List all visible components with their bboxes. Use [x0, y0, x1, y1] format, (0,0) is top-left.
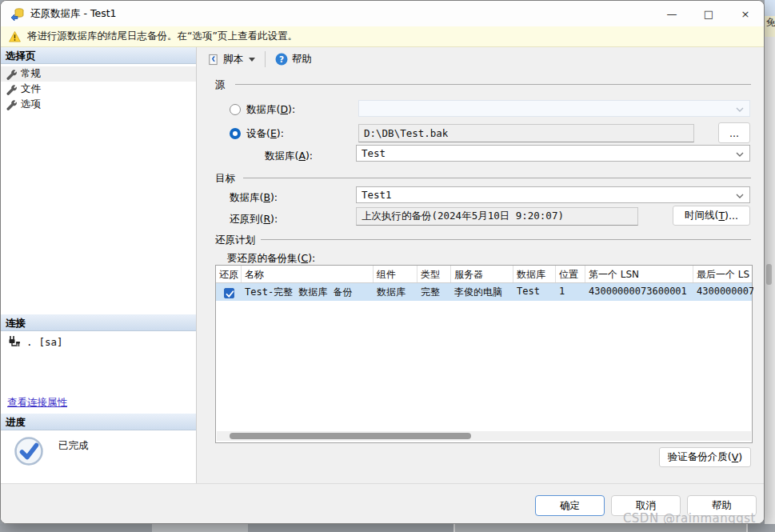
warning-text: 将进行源数据库的结尾日志备份。在“选项”页上查看此设置。 — [27, 30, 298, 43]
sidebar-item-label: 文件 — [21, 82, 41, 96]
source-group-label: 源 — [215, 78, 226, 92]
device-path-value: D:\DB\Test.bak — [364, 127, 448, 139]
source-group-line — [235, 84, 751, 85]
wrench-icon — [6, 99, 17, 110]
background-scrollbar-thumb — [766, 264, 772, 285]
ok-button[interactable]: 确定 — [535, 495, 605, 516]
target-database-label: 数据库(B): — [230, 191, 278, 205]
column-header-server[interactable]: 服务器 — [451, 266, 513, 282]
source-database-combo[interactable] — [358, 100, 750, 117]
chevron-down-icon — [736, 107, 744, 112]
maximize-button[interactable]: □ — [690, 1, 727, 26]
help-button[interactable]: 帮助 — [687, 495, 757, 516]
restore-to-field[interactable]: 上次执行的备份(2024年5月10日 9:20:07) — [356, 207, 638, 226]
cell-first-lsn: 43000000073600001 — [585, 283, 693, 301]
cell-type: 完整 — [417, 283, 451, 301]
target-database-combo[interactable]: Test1 — [356, 186, 750, 203]
database-radio[interactable] — [230, 104, 241, 115]
column-header-type[interactable]: 类型 — [417, 266, 451, 282]
window-controls: — □ × — [653, 1, 764, 26]
window-title: 还原数据库 - Test1 — [30, 7, 117, 21]
sidebar-item-label: 常规 — [21, 67, 41, 81]
toolbar-separator — [265, 51, 266, 67]
background-page-sliver: 免 — [765, 0, 775, 524]
script-icon — [207, 54, 219, 66]
cell-database: Test — [513, 283, 556, 301]
server-connection-icon — [7, 335, 20, 348]
target-group-label: 目标 — [215, 172, 235, 186]
progress-status: 已完成 — [58, 439, 89, 453]
close-button[interactable]: × — [727, 1, 764, 26]
timeline-button[interactable]: 时间线(T)... — [673, 206, 750, 226]
wrench-icon — [6, 69, 17, 80]
check-icon — [225, 289, 235, 299]
target-group-line — [243, 178, 751, 178]
backup-sets-grid: 还原 名称 组件 类型 服务器 数据库 位置 第一个 LSN 最后一个 LS — [215, 265, 753, 443]
chevron-down-icon — [736, 194, 744, 198]
progress-done-icon — [14, 436, 44, 466]
background-partial-text: 免 — [765, 16, 775, 37]
script-label: 脚本 — [223, 53, 243, 66]
background-bottom-strip — [0, 524, 775, 532]
chevron-down-icon — [736, 152, 744, 157]
restore-plan-group-line — [261, 239, 751, 240]
minimize-button[interactable]: — — [653, 1, 690, 26]
sidebar-item-general[interactable]: 常规 — [1, 66, 196, 82]
column-header-last-lsn[interactable]: 最后一个 LS — [693, 266, 753, 282]
grid-horizontal-scrollbar[interactable] — [217, 431, 751, 441]
verify-backup-media-button[interactable]: 验证备份介质(V) — [659, 447, 751, 467]
source-database-select-label: 数据库(A): — [265, 150, 313, 163]
restore-plan-group-label: 还原计划 — [215, 234, 255, 247]
backup-sets-label: 要还原的备份集(C): — [227, 252, 315, 266]
progress-header: 进度 — [1, 414, 196, 430]
sidebar-item-files[interactable]: 文件 — [1, 82, 196, 97]
footer-bar: 确定 取消 帮助 — [1, 483, 765, 524]
backup-set-row[interactable]: Test-完整 数据库 备份 数据库 完整 李俊的电脑 Test 1 43000… — [216, 283, 752, 301]
tail-log-warning-bar: 将进行源数据库的结尾日志备份。在“选项”页上查看此设置。 — [1, 26, 764, 47]
column-header-component[interactable]: 组件 — [374, 266, 417, 282]
device-radio[interactable] — [230, 128, 241, 139]
device-radio-label: 设备(E): — [246, 127, 284, 141]
chevron-down-icon — [249, 58, 255, 62]
column-header-name[interactable]: 名称 — [242, 266, 374, 282]
connection-server: . — [26, 336, 33, 348]
browse-device-button[interactable]: ... — [718, 122, 750, 143]
help-toolbar-button[interactable]: ? 帮助 — [270, 50, 318, 70]
background-blue-band — [765, 0, 775, 16]
database-radio-label: 数据库(D): — [246, 103, 295, 117]
warning-icon — [9, 31, 21, 42]
scrollbar-thumb[interactable] — [230, 433, 471, 439]
column-header-database[interactable]: 数据库 — [513, 266, 556, 282]
wrench-icon — [6, 84, 17, 95]
dialog-toolbar: 脚本 ? 帮助 — [197, 47, 765, 71]
sidebar-item-label: 选项 — [21, 98, 41, 111]
connection-header: 连接 — [1, 314, 196, 331]
restore-to-label: 还原到(R): — [230, 213, 278, 226]
sidebar-item-options[interactable]: 选项 — [1, 97, 196, 112]
cancel-button[interactable]: 取消 — [611, 495, 681, 516]
source-database-select[interactable]: Test — [356, 145, 750, 162]
grid-header-row: 还原 名称 组件 类型 服务器 数据库 位置 第一个 LSN 最后一个 LS — [216, 266, 752, 283]
help-icon: ? — [275, 53, 288, 66]
script-button[interactable]: 脚本 — [202, 50, 261, 70]
column-header-position[interactable]: 位置 — [556, 266, 585, 282]
restore-database-icon — [10, 7, 24, 21]
column-header-first-lsn[interactable]: 第一个 LSN — [585, 266, 693, 282]
title-bar[interactable]: 还原数据库 - Test1 — □ × — [1, 1, 764, 26]
restore-checkbox-checked[interactable] — [224, 288, 234, 298]
restore-database-dialog: 还原数据库 - Test1 — □ × 将进行源数据库的结尾日志备份。在“选项”… — [0, 0, 765, 524]
left-panel: 选择页 常规 文件 选项 连接 — [1, 47, 197, 483]
restore-to-value: 上次执行的备份(2024年5月10日 9:20:07) — [362, 210, 564, 223]
cell-server: 李俊的电脑 — [451, 283, 513, 301]
connection-user: [sa] — [39, 336, 63, 348]
cell-name: Test-完整 数据库 备份 — [242, 283, 374, 301]
view-connection-properties-link[interactable]: 查看连接属性 — [7, 396, 67, 410]
device-path-field[interactable]: D:\DB\Test.bak — [358, 124, 694, 142]
column-header-restore[interactable]: 还原 — [216, 266, 242, 282]
help-label: 帮助 — [292, 53, 312, 66]
svg-text:?: ? — [279, 54, 284, 64]
connection-entry: . [sa] — [7, 335, 63, 348]
screen: 免 还原数据库 - Test1 — □ × — [0, 0, 775, 532]
cell-component: 数据库 — [374, 283, 417, 301]
select-page-header: 选择页 — [1, 47, 196, 64]
